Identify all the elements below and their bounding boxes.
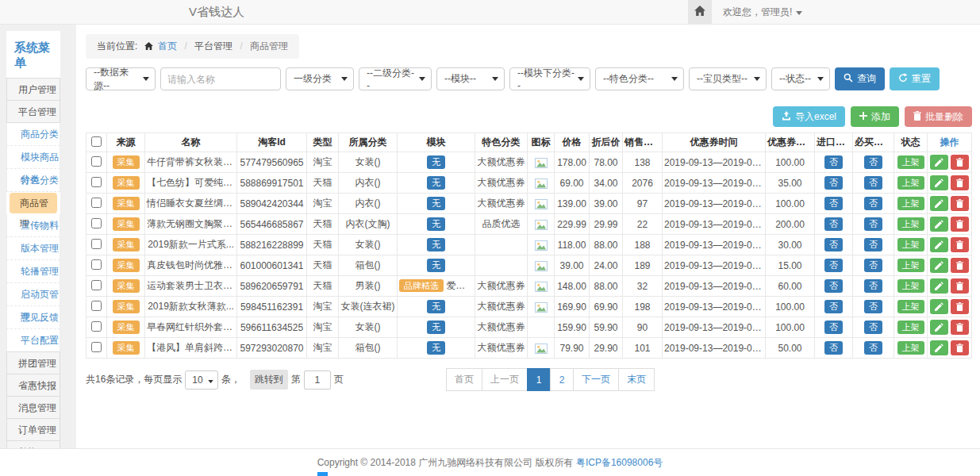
pager-button-2[interactable]: 上一页 xyxy=(482,368,528,391)
status-toggle[interactable]: 上架 xyxy=(897,341,924,354)
import-pick-toggle[interactable]: 否 xyxy=(824,279,843,292)
filter-select-level-2-category[interactable]: --二级分类-- xyxy=(359,67,432,90)
sidebar-item-11[interactable]: 意见反馈 xyxy=(6,306,60,329)
edit-button[interactable] xyxy=(930,340,948,355)
pager-button-1[interactable]: 首页 xyxy=(446,368,482,391)
sidebar-item-4[interactable]: 模块商品分类 xyxy=(6,146,60,169)
delete-button[interactable] xyxy=(951,175,969,190)
status-toggle[interactable]: 上架 xyxy=(897,300,924,313)
sidebar-item-12[interactable]: 平台配置 xyxy=(6,329,60,352)
status-toggle[interactable]: 上架 xyxy=(897,321,924,333)
sidebar-item-9[interactable]: 轮播管理 xyxy=(6,260,60,283)
edit-button[interactable] xyxy=(930,258,948,273)
sidebar-item-13[interactable]: 拼团管理 xyxy=(6,351,60,374)
delete-button[interactable] xyxy=(951,237,969,252)
row-checkbox[interactable] xyxy=(91,342,102,352)
edit-button[interactable] xyxy=(930,196,948,211)
delete-button[interactable] xyxy=(951,320,969,335)
user-menu[interactable]: 欢迎您，管理员! xyxy=(712,6,980,19)
filter-select-module-subcategory[interactable]: --模块下分类-- xyxy=(509,67,590,90)
must-buy-toggle[interactable]: 否 xyxy=(864,259,882,271)
status-toggle[interactable]: 上架 xyxy=(897,217,924,230)
edit-button[interactable] xyxy=(930,175,948,190)
select-all-checkbox[interactable] xyxy=(91,136,102,147)
jump-button[interactable]: 跳转到 xyxy=(250,370,288,390)
status-toggle[interactable]: 上架 xyxy=(897,238,924,251)
must-buy-toggle[interactable]: 否 xyxy=(864,197,882,209)
import-pick-toggle[interactable]: 否 xyxy=(824,259,843,271)
page-number-input[interactable] xyxy=(304,370,331,390)
pager-button-5[interactable]: 下一页 xyxy=(573,368,619,391)
sidebar-item-7[interactable]: 宣传物料 xyxy=(6,214,60,237)
sidebar-item-16[interactable]: 订单管理 xyxy=(6,418,60,441)
status-toggle[interactable]: 上架 xyxy=(897,279,924,292)
delete-button[interactable] xyxy=(951,155,969,170)
status-toggle[interactable]: 上架 xyxy=(897,176,924,189)
row-checkbox[interactable] xyxy=(91,198,102,208)
delete-button[interactable] xyxy=(951,278,969,294)
must-buy-toggle[interactable]: 否 xyxy=(864,300,882,313)
icp-link[interactable]: 粤ICP备16098006号 xyxy=(576,456,663,470)
import-pick-toggle[interactable]: 否 xyxy=(824,238,843,251)
import-pick-toggle[interactable]: 否 xyxy=(824,176,843,189)
edit-button[interactable] xyxy=(930,278,948,294)
delete-button[interactable] xyxy=(951,196,969,211)
row-checkbox[interactable] xyxy=(91,156,102,167)
row-checkbox[interactable] xyxy=(91,177,102,187)
status-toggle[interactable]: 上架 xyxy=(897,259,924,271)
delete-button[interactable] xyxy=(951,258,969,273)
batch-delete-button[interactable]: 批量删除 xyxy=(905,106,972,127)
page-size-select[interactable]: 10 xyxy=(185,370,217,390)
edit-button[interactable] xyxy=(930,299,948,314)
must-buy-toggle[interactable]: 否 xyxy=(864,238,882,251)
home-button[interactable] xyxy=(688,0,712,24)
filter-select-level-1-category[interactable]: 一级分类 xyxy=(286,67,354,90)
edit-button[interactable] xyxy=(930,217,948,232)
edit-button[interactable] xyxy=(930,320,948,335)
sidebar-item-14[interactable]: 省惠快报 xyxy=(6,374,60,397)
breadcrumb-home-link[interactable]: 首页 xyxy=(158,40,177,52)
must-buy-toggle[interactable]: 否 xyxy=(864,155,882,168)
filter-select-module[interactable]: --模块-- xyxy=(436,67,505,90)
status-toggle[interactable]: 上架 xyxy=(897,197,924,209)
pager-button-3[interactable]: 1 xyxy=(527,368,551,391)
sidebar-item-10[interactable]: 启动页管理 xyxy=(6,283,60,306)
sidebar-item-5[interactable]: 特色分类 xyxy=(6,169,60,192)
sidebar-item-8[interactable]: 版本管理 xyxy=(6,237,60,260)
filter-select-item-type[interactable]: --宝贝类型-- xyxy=(689,67,767,90)
delete-button[interactable] xyxy=(951,340,969,355)
sidebar-item-1[interactable]: 用户管理 xyxy=(6,78,60,101)
import-pick-toggle[interactable]: 否 xyxy=(824,197,843,209)
add-button[interactable]: 添加 xyxy=(851,106,899,127)
row-checkbox[interactable] xyxy=(91,259,102,270)
search-button[interactable]: 查询 xyxy=(835,67,885,90)
filter-select-data-source[interactable]: --数据来源-- xyxy=(86,67,156,90)
filter-select-status[interactable]: --状态-- xyxy=(771,67,830,90)
import-excel-button[interactable]: 导入excel xyxy=(773,106,845,127)
row-checkbox[interactable] xyxy=(91,301,102,311)
import-pick-toggle[interactable]: 否 xyxy=(824,217,843,230)
must-buy-toggle[interactable]: 否 xyxy=(864,279,882,292)
row-checkbox[interactable] xyxy=(91,321,102,332)
import-pick-toggle[interactable]: 否 xyxy=(824,341,843,354)
sidebar-item-3[interactable]: 商品分类 xyxy=(6,123,60,146)
row-checkbox[interactable] xyxy=(91,218,102,228)
import-pick-toggle[interactable]: 否 xyxy=(824,300,843,313)
must-buy-toggle[interactable]: 否 xyxy=(864,321,882,333)
delete-button[interactable] xyxy=(951,299,969,314)
must-buy-toggle[interactable]: 否 xyxy=(864,217,882,230)
sidebar-item-2[interactable]: 平台管理 xyxy=(6,100,60,123)
row-checkbox[interactable] xyxy=(91,280,102,290)
name-search-input[interactable] xyxy=(160,67,281,90)
import-pick-toggle[interactable]: 否 xyxy=(824,321,843,333)
sidebar-item-15[interactable]: 消息管理 xyxy=(6,396,60,419)
delete-button[interactable] xyxy=(951,217,969,232)
status-toggle[interactable]: 上架 xyxy=(897,155,924,168)
edit-button[interactable] xyxy=(930,237,948,252)
reset-button[interactable]: 重置 xyxy=(890,67,940,90)
import-pick-toggle[interactable]: 否 xyxy=(824,155,843,168)
sidebar-item-6[interactable]: 商品管理 xyxy=(10,193,57,213)
must-buy-toggle[interactable]: 否 xyxy=(864,341,882,354)
breadcrumb-item-platform[interactable]: 平台管理 xyxy=(194,40,233,52)
filter-select-feature-category[interactable]: --特色分类-- xyxy=(595,67,684,90)
